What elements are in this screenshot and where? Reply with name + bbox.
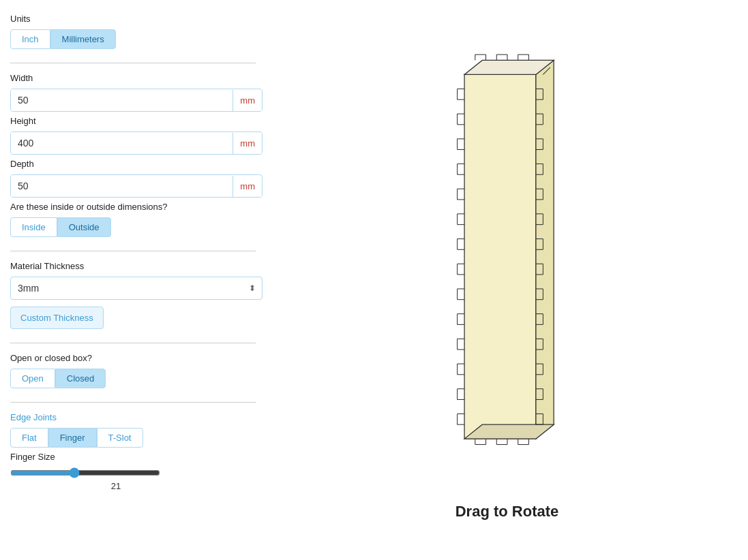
finger-size-section: Finger Size 21 bbox=[10, 452, 256, 491]
right-panel: Drag to Rotate bbox=[266, 0, 748, 560]
units-section: Units Inch Millimeters bbox=[10, 14, 256, 52]
open-closed-toggle-group: Open Closed bbox=[10, 369, 256, 388]
units-mm-btn[interactable]: Millimeters bbox=[50, 29, 116, 49]
divider-4 bbox=[10, 402, 256, 403]
material-thickness-section: Material Thickness 3mm 6mm 9mm 12mm Cust… bbox=[10, 261, 256, 332]
finger-size-slider[interactable] bbox=[10, 467, 160, 478]
thickness-select-wrap: 3mm 6mm 9mm 12mm bbox=[10, 277, 263, 300]
open-btn[interactable]: Open bbox=[10, 369, 55, 388]
edge-joints-section: Edge Joints Flat Finger T-Slot bbox=[10, 412, 256, 450]
units-label: Units bbox=[10, 14, 256, 24]
width-input[interactable] bbox=[11, 89, 233, 111]
finger-btn[interactable]: Finger bbox=[48, 428, 97, 448]
edge-joints-toggle-group: Flat Finger T-Slot bbox=[10, 428, 256, 448]
material-thickness-label: Material Thickness bbox=[10, 261, 256, 271]
left-panel: Units Inch Millimeters Width mm Height m… bbox=[0, 0, 266, 560]
width-input-row: mm bbox=[10, 89, 263, 112]
depth-input-row: mm bbox=[10, 174, 263, 198]
divider-1 bbox=[10, 63, 256, 63]
width-label: Width bbox=[10, 73, 256, 83]
height-label: Height bbox=[10, 116, 256, 126]
width-section: Width mm bbox=[10, 73, 256, 114]
finger-size-slider-container: 21 bbox=[10, 467, 160, 491]
flat-btn[interactable]: Flat bbox=[10, 428, 48, 448]
depth-label: Depth bbox=[10, 159, 256, 169]
dimensions-question: Are these inside or outside dimensions? bbox=[10, 202, 256, 212]
dimensions-toggle-group: Inside Outside bbox=[10, 217, 256, 237]
closed-btn[interactable]: Closed bbox=[55, 369, 106, 388]
depth-section: Depth mm bbox=[10, 159, 256, 200]
finger-size-value: 21 bbox=[72, 481, 160, 491]
custom-thickness-button[interactable]: Custom Thickness bbox=[10, 307, 104, 329]
inside-btn[interactable]: Inside bbox=[10, 217, 57, 237]
tslot-btn[interactable]: T-Slot bbox=[97, 428, 143, 448]
units-toggle-group: Inch Millimeters bbox=[10, 29, 256, 49]
units-inch-btn[interactable]: Inch bbox=[10, 29, 50, 49]
open-closed-question: Open or closed box? bbox=[10, 353, 256, 363]
finger-size-label: Finger Size bbox=[10, 452, 256, 462]
thickness-select[interactable]: 3mm 6mm 9mm 12mm bbox=[10, 277, 263, 300]
drag-label: Drag to Rotate bbox=[455, 503, 559, 520]
height-input[interactable] bbox=[11, 132, 233, 154]
height-section: Height mm bbox=[10, 116, 256, 157]
depth-unit: mm bbox=[233, 176, 262, 197]
height-input-row: mm bbox=[10, 131, 263, 155]
svg-marker-0 bbox=[464, 74, 536, 439]
width-unit: mm bbox=[233, 90, 262, 111]
edge-joints-label: Edge Joints bbox=[10, 412, 256, 422]
divider-2 bbox=[10, 251, 256, 251]
height-unit: mm bbox=[233, 133, 262, 154]
open-closed-section: Open or closed box? Open Closed bbox=[10, 353, 256, 391]
box-3d-visual[interactable] bbox=[432, 53, 582, 496]
outside-btn[interactable]: Outside bbox=[57, 217, 111, 237]
divider-3 bbox=[10, 343, 256, 343]
depth-input[interactable] bbox=[11, 175, 233, 197]
dimensions-section: Are these inside or outside dimensions? … bbox=[10, 202, 256, 240]
